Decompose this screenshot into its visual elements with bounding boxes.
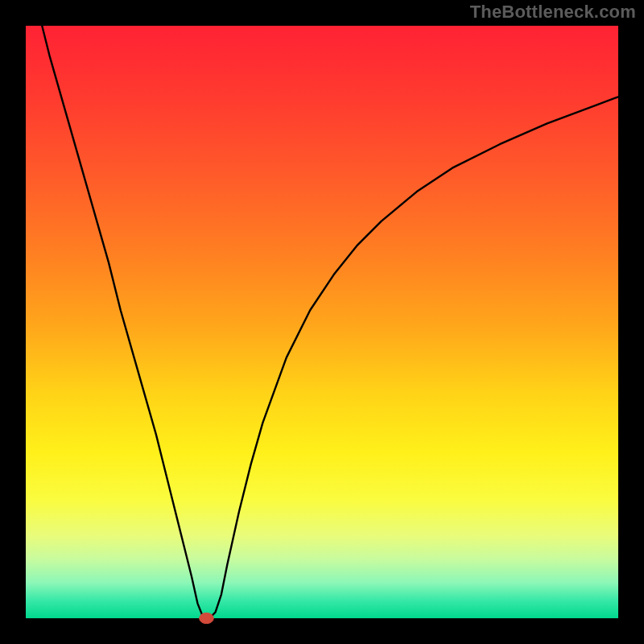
chart-frame: TheBottleneck.com (0, 0, 644, 644)
plot-area (26, 26, 618, 618)
watermark-text: TheBottleneck.com (470, 2, 636, 23)
optimal-point-marker (200, 613, 214, 623)
bottleneck-chart (0, 0, 644, 644)
